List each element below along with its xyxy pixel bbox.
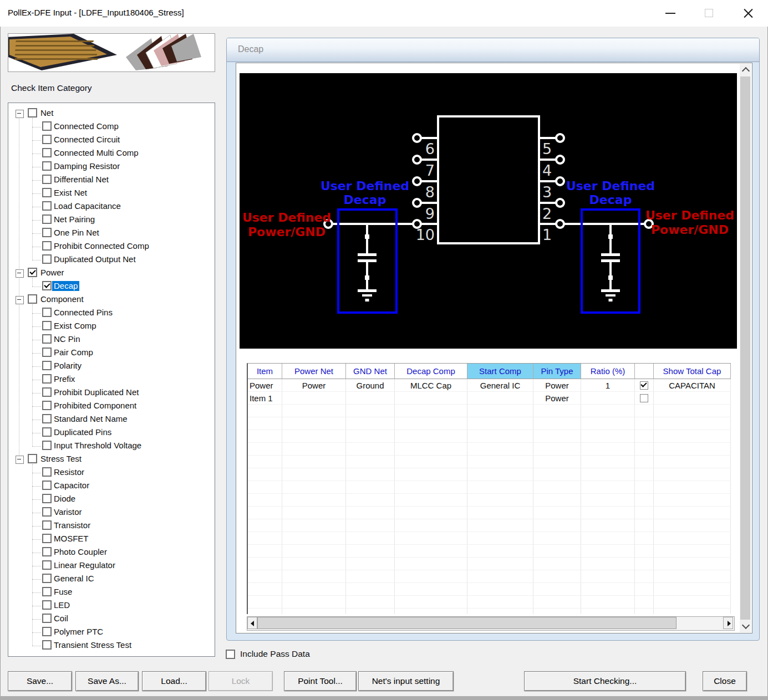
tree-checkbox[interactable]	[42, 640, 52, 650]
tree-checkbox[interactable]	[42, 627, 52, 636]
table-cell[interactable]: Power	[533, 379, 581, 392]
tree-item-mosfet[interactable]: MOSFET	[8, 533, 215, 546]
tree-item-fuse[interactable]: Fuse	[8, 586, 215, 599]
table-cell[interactable]	[395, 392, 467, 405]
tree-item-capacitor[interactable]: Capacitor	[8, 479, 215, 493]
close-button[interactable]: Close	[703, 671, 747, 691]
tree-item-led[interactable]: LED	[8, 599, 215, 612]
table-cell[interactable]	[346, 392, 395, 405]
tree-item-stress-test[interactable]: Stress Test	[8, 453, 215, 466]
tree-checkbox[interactable]	[42, 547, 52, 556]
tree-checkbox[interactable]	[42, 560, 52, 570]
tree-checkbox[interactable]	[42, 414, 52, 423]
tree-item-polarity[interactable]: Polarity	[8, 360, 215, 373]
tree-item-varistor[interactable]: Varistor	[8, 506, 215, 519]
table-empty-row[interactable]	[248, 481, 731, 494]
table-empty-row[interactable]	[248, 443, 731, 456]
table-empty-row[interactable]	[248, 596, 731, 609]
table-empty-row[interactable]	[248, 405, 731, 417]
tree-item-resistor[interactable]: Resistor	[8, 466, 215, 479]
expand-collapse-icon[interactable]	[16, 110, 24, 118]
tree-checkbox[interactable]	[42, 574, 52, 583]
table-empty-row[interactable]	[248, 494, 731, 507]
expand-collapse-icon[interactable]	[16, 296, 24, 304]
tree-item-differential-net[interactable]: Differential Net	[8, 173, 215, 187]
table-cell[interactable]: Power	[282, 379, 346, 392]
table-cell[interactable]	[654, 392, 731, 405]
net-s-input-setting-button[interactable]: Net's input setting	[358, 671, 454, 691]
tree-item-transient-stress-test[interactable]: Transient Stress Test	[8, 639, 215, 652]
tree-item-power[interactable]: Power	[8, 267, 215, 280]
tree-checkbox[interactable]	[28, 108, 37, 117]
tree-checkbox[interactable]	[42, 188, 52, 197]
horizontal-scrollbar-thumb[interactable]	[257, 617, 677, 629]
tree-item-connected-comp[interactable]: Connected Comp	[8, 120, 215, 134]
tree-checkbox[interactable]	[42, 228, 52, 237]
tree-item-duplicated-pins[interactable]: Duplicated Pins	[8, 426, 215, 440]
tree-item-decap[interactable]: Decap	[8, 280, 215, 293]
table-empty-row[interactable]	[248, 417, 731, 430]
tree-item-connected-pins[interactable]: Connected Pins	[8, 306, 215, 320]
tree-checkbox[interactable]	[42, 308, 52, 317]
tree-checkbox[interactable]	[42, 534, 52, 543]
tree-item-prohibit-connected-comp[interactable]: Prohibit Connected Comp	[8, 240, 215, 253]
tree-item-prohibited-component[interactable]: Prohibited Component	[8, 400, 215, 413]
tree-item-prefix[interactable]: Prefix	[8, 373, 215, 386]
load-button[interactable]: Load...	[142, 671, 206, 691]
tree-checkbox[interactable]	[42, 507, 52, 517]
vertical-scrollbar-thumb[interactable]	[740, 76, 750, 620]
tree-checkbox[interactable]	[42, 387, 52, 397]
tree-checkbox[interactable]	[42, 401, 52, 410]
tree-item-damping-resistor[interactable]: Damping Resistor	[8, 160, 215, 173]
tree-item-diode[interactable]: Diode	[8, 493, 215, 506]
start-checking-button[interactable]: Start Checking...	[524, 671, 686, 691]
tree-checkbox[interactable]	[42, 587, 52, 596]
tree-checkbox[interactable]	[42, 135, 52, 144]
tree-item-exist-comp[interactable]: Exist Comp	[8, 320, 215, 333]
tree-item-exist-net[interactable]: Exist Net	[8, 187, 215, 200]
tree-checkbox[interactable]	[42, 241, 52, 251]
tree-checkbox[interactable]	[28, 268, 37, 277]
table-empty-row[interactable]	[248, 507, 731, 519]
table-empty-row[interactable]	[248, 609, 731, 614]
scroll-left-button[interactable]	[247, 617, 257, 629]
table-empty-row[interactable]	[248, 519, 731, 532]
table-cell[interactable]: Item 1	[248, 392, 282, 405]
scroll-right-button[interactable]	[723, 617, 733, 629]
tree-checkbox[interactable]	[42, 600, 52, 610]
tree-item-general-ic[interactable]: General IC	[8, 573, 215, 586]
tree-item-pair-comp[interactable]: Pair Comp	[8, 346, 215, 360]
include-pass-checkbox[interactable]	[226, 650, 235, 659]
table-row[interactable]: PowerPowerGroundMLCC CapGeneral ICPower1…	[248, 379, 731, 392]
table-cell[interactable]: Ground	[346, 379, 395, 392]
tree-checkbox[interactable]	[42, 161, 52, 171]
tree-checkbox[interactable]	[28, 454, 37, 463]
tree-checkbox[interactable]	[42, 467, 52, 477]
table-cell[interactable]	[282, 392, 346, 405]
scroll-up-button[interactable]	[740, 64, 751, 76]
close-button[interactable]	[736, 0, 761, 27]
tree-checkbox[interactable]	[42, 201, 52, 211]
row-checkbox[interactable]	[640, 381, 648, 390]
tree-checkbox[interactable]	[42, 520, 52, 530]
table-cell[interactable]: 1	[581, 379, 635, 392]
table-cell[interactable]	[581, 392, 635, 405]
table-empty-row[interactable]	[248, 430, 731, 443]
tree-checkbox[interactable]	[42, 334, 52, 344]
table-cell[interactable]	[467, 392, 533, 405]
table-empty-row[interactable]	[248, 570, 731, 583]
tree-checkbox[interactable]	[42, 481, 52, 490]
tree-item-net[interactable]: Net	[8, 107, 215, 120]
tree-checkbox[interactable]	[42, 214, 52, 224]
horizontal-scrollbar[interactable]	[247, 616, 735, 631]
tree-checkbox[interactable]	[42, 254, 52, 264]
tree-item-transistor[interactable]: Transistor	[8, 519, 215, 533]
tree-item-load-capacitance[interactable]: Load Capacitance	[8, 200, 215, 213]
table-cell[interactable]: Power	[248, 379, 282, 392]
tree-item-component[interactable]: Component	[8, 293, 215, 306]
table-cell[interactable]: General IC	[467, 379, 533, 392]
tree-checkbox[interactable]	[42, 348, 52, 357]
tree-item-connected-multi-comp[interactable]: Connected Multi Comp	[8, 147, 215, 160]
tree-item-net-pairing[interactable]: Net Pairing	[8, 213, 215, 227]
tree-checkbox[interactable]	[42, 175, 52, 184]
